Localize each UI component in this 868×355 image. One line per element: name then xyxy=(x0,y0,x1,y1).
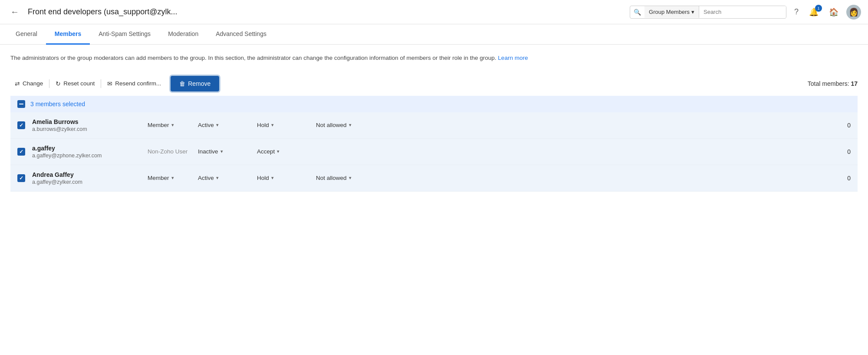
member-info-0: Amelia Burrows a.burrows@zylker.com xyxy=(32,118,141,132)
role-dropdown-2[interactable]: Member ▾ xyxy=(148,175,191,181)
notification-button[interactable]: 🔔 1 xyxy=(806,6,821,19)
posting-chevron-2: ▾ xyxy=(349,175,352,181)
home-button[interactable]: 🏠 xyxy=(826,6,841,19)
status-value-0: Active xyxy=(198,122,214,128)
main-content: The administrators or the group moderato… xyxy=(0,45,868,200)
member-checkbox-1[interactable]: ✓ xyxy=(17,148,25,156)
trash-icon: 🗑 xyxy=(179,80,185,87)
role-value-1: Non-Zoho User xyxy=(148,148,187,155)
role-chevron-0: ▾ xyxy=(171,122,174,128)
count-0: 0 xyxy=(838,122,851,129)
posting-chevron-0: ▾ xyxy=(349,122,352,128)
total-members: Total members: 17 xyxy=(808,80,858,87)
tab-anti-spam[interactable]: Anti-Spam Settings xyxy=(90,24,159,45)
learn-more-link[interactable]: Learn more xyxy=(498,55,528,61)
search-dropdown-label: Group Members xyxy=(649,9,690,15)
member-email-1: a.gaffey@zphone.zylker.com xyxy=(32,153,141,159)
member-checkbox-0[interactable]: ✓ xyxy=(17,121,25,129)
back-button[interactable]: ← xyxy=(7,5,23,19)
reset-icon: ↻ xyxy=(56,80,61,87)
selected-count-label: 3 members selected xyxy=(30,101,85,107)
status-value-1: Inactive xyxy=(198,148,218,155)
posting-value-0: Not allowed xyxy=(316,122,347,128)
status-dropdown-0[interactable]: Active ▾ xyxy=(198,122,250,128)
help-icon: ? xyxy=(794,7,799,16)
description-text: The administrators or the group moderato… xyxy=(10,53,661,63)
count-1: 0 xyxy=(838,148,851,155)
selection-row: 3 members selected xyxy=(10,96,858,112)
checkmark-1: ✓ xyxy=(19,149,23,155)
separator-2 xyxy=(101,79,101,88)
change-button[interactable]: ⇄ Change xyxy=(10,78,47,90)
delivery-chevron-2: ▾ xyxy=(271,175,274,181)
search-group: 🔍 Group Members ▾ xyxy=(630,6,786,19)
search-icon: 🔍 xyxy=(630,6,644,18)
tab-members[interactable]: Members xyxy=(46,24,90,45)
page-title: Front end developers (usa_support@zylk..… xyxy=(28,7,630,16)
table-row: ✓ Andrea Gaffey a.gaffey@zylker.com Memb… xyxy=(10,165,858,192)
member-checkbox-2[interactable]: ✓ xyxy=(17,174,25,182)
tab-advanced[interactable]: Advanced Settings xyxy=(207,24,275,45)
member-name-1: a.gaffey xyxy=(32,145,141,152)
role-chevron-2: ▾ xyxy=(171,175,174,181)
separator-1 xyxy=(49,79,49,88)
change-icon: ⇄ xyxy=(15,80,20,87)
checkmark-0: ✓ xyxy=(19,122,23,128)
chevron-down-icon: ▾ xyxy=(691,9,694,15)
remove-button[interactable]: 🗑 Remove xyxy=(171,76,219,91)
delivery-value-1: Accept xyxy=(257,148,275,155)
status-value-2: Active xyxy=(198,175,214,181)
table-row: ✓ a.gaffey a.gaffey@zphone.zylker.com No… xyxy=(10,139,858,165)
delivery-chevron-0: ▾ xyxy=(271,122,274,128)
member-name-2: Andrea Gaffey xyxy=(32,171,141,178)
role-value-2: Member xyxy=(148,175,169,181)
posting-value-2: Not allowed xyxy=(316,175,347,181)
checkmark-2: ✓ xyxy=(19,175,23,181)
member-name-0: Amelia Burrows xyxy=(32,118,141,125)
avatar[interactable]: 👩 xyxy=(846,5,861,20)
indeterminate-line xyxy=(19,104,23,104)
table-row: ✓ Amelia Burrows a.burrows@zylker.com Me… xyxy=(10,112,858,139)
count-2: 0 xyxy=(838,175,851,182)
tabs-bar: General Members Anti-Spam Settings Moder… xyxy=(0,24,868,45)
delivery-value-0: Hold xyxy=(257,122,269,128)
status-chevron-1: ▾ xyxy=(220,149,223,154)
resend-confirm-button[interactable]: ✉ Resend confirm... xyxy=(103,78,165,90)
delivery-chevron-1: ▾ xyxy=(277,149,279,154)
header: ← Front end developers (usa_support@zylk… xyxy=(0,0,868,24)
notification-badge: 1 xyxy=(815,5,822,12)
delivery-value-2: Hold xyxy=(257,175,269,181)
member-info-1: a.gaffey a.gaffey@zphone.zylker.com xyxy=(32,145,141,159)
header-right: 🔍 Group Members ▾ ? 🔔 1 🏠 👩 xyxy=(630,5,861,20)
toolbar: ⇄ Change ↻ Reset count ✉ Resend confirm.… xyxy=(10,72,858,96)
member-list: ✓ Amelia Burrows a.burrows@zylker.com Me… xyxy=(10,112,858,192)
resend-icon: ✉ xyxy=(107,80,112,87)
help-button[interactable]: ? xyxy=(792,6,801,18)
status-chevron-0: ▾ xyxy=(216,122,219,128)
reset-count-button[interactable]: ↻ Reset count xyxy=(51,78,99,90)
search-input[interactable] xyxy=(699,6,786,18)
home-icon: 🏠 xyxy=(829,8,838,16)
role-dropdown-0[interactable]: Member ▾ xyxy=(148,122,191,128)
delivery-dropdown-2[interactable]: Hold ▾ xyxy=(257,175,309,181)
search-dropdown[interactable]: Group Members ▾ xyxy=(644,6,699,18)
member-email-2: a.gaffey@zylker.com xyxy=(32,179,141,185)
tab-moderation[interactable]: Moderation xyxy=(159,24,207,45)
delivery-dropdown-0[interactable]: Hold ▾ xyxy=(257,122,309,128)
status-dropdown-2[interactable]: Active ▾ xyxy=(198,175,250,181)
member-info-2: Andrea Gaffey a.gaffey@zylker.com xyxy=(32,171,141,185)
role-value-0: Member xyxy=(148,122,169,128)
delivery-dropdown-1[interactable]: Accept ▾ xyxy=(257,148,309,155)
status-chevron-2: ▾ xyxy=(216,175,219,181)
role-dropdown-1[interactable]: Non-Zoho User xyxy=(148,148,191,155)
member-email-0: a.burrows@zylker.com xyxy=(32,126,141,132)
indeterminate-checkbox[interactable] xyxy=(17,100,25,108)
status-dropdown-1[interactable]: Inactive ▾ xyxy=(198,148,250,155)
tab-general[interactable]: General xyxy=(7,24,46,45)
posting-dropdown-2[interactable]: Not allowed ▾ xyxy=(316,175,381,181)
posting-dropdown-0[interactable]: Not allowed ▾ xyxy=(316,122,381,128)
